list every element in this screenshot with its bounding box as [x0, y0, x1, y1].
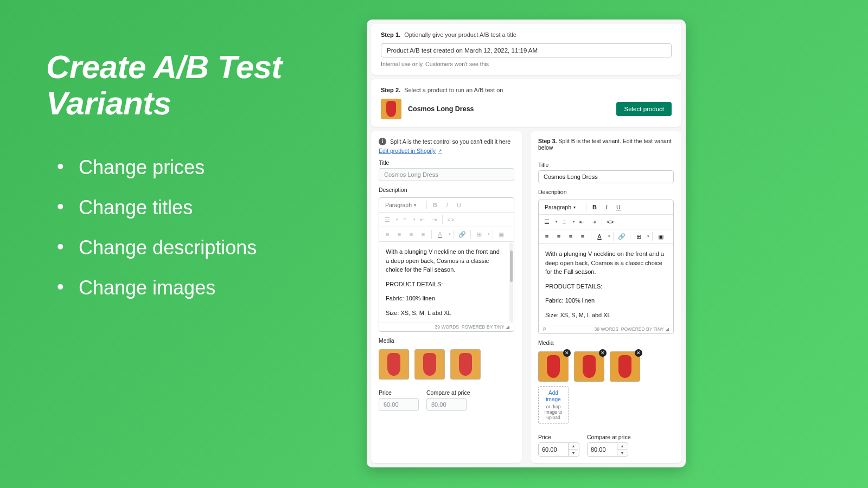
split-a-editor-body: With a plunging V neckline on the front … [379, 242, 514, 323]
split-a-title-label: Title [379, 159, 514, 166]
image-button[interactable]: ▣ [655, 231, 666, 242]
paragraph-select: Paragraph▾ [382, 201, 424, 209]
remove-image-button[interactable]: ✕ [635, 349, 642, 357]
scrollbar[interactable] [509, 242, 513, 322]
split-a-card: i Split A is the test control so you can… [371, 131, 522, 463]
price-label: Price [379, 389, 419, 396]
step-down-button[interactable]: ▼ [569, 450, 578, 456]
code-button[interactable]: <> [605, 216, 616, 227]
bullet-list-icon: ☰ [382, 214, 393, 225]
remove-image-button[interactable]: ✕ [599, 349, 607, 357]
split-b-editor-footer: P 39 WORDS POWERED BY TINY ◢ [539, 325, 673, 333]
split-b-title-input[interactable] [538, 170, 674, 183]
bullet-descriptions: Change descriptions [46, 228, 336, 268]
toolbar-separator [426, 201, 427, 209]
headline-line2: Variants [46, 85, 171, 121]
split-a-compare-input [426, 398, 467, 411]
product-name: Cosmos Long Dress [408, 105, 474, 113]
split-a-editor-footer: 39 WORDS POWERED BY TINY ◢ [379, 323, 514, 331]
split-a-toolbar-3: ≡ ≡ ≡ ≡ A▾ 🔗 ⊞▾ ▣ [379, 227, 514, 242]
step1-help: Internal use only. Customers won't see t… [381, 61, 672, 67]
select-product-button[interactable]: Select product [616, 102, 672, 116]
code-icon: <> [445, 214, 456, 225]
add-image-dropzone[interactable]: Add image or drop image to upload [538, 386, 569, 424]
italic-button[interactable]: I [601, 202, 612, 213]
table-icon: ⊞ [474, 229, 484, 240]
step2-heading: Step 2. Select a product to run an A/B t… [381, 87, 672, 93]
step-up-button[interactable]: ▲ [569, 443, 578, 450]
edit-in-shopify-link[interactable]: Edit product in Shopify ↗ [379, 147, 514, 154]
split-b-toolbar-3: ≡ ≡ ≡ ≡ A▾ 🔗 ⊞▾ ▣ [539, 229, 673, 244]
desc-line3: Fabric: 100% linen [545, 296, 667, 305]
split-a-description-label: Description [379, 187, 514, 193]
step1-desc: Optionally give your product A/B test a … [404, 31, 516, 38]
price-label: Price [538, 434, 579, 440]
bullet-prices: Change prices [46, 147, 336, 188]
split-a-price-input [379, 398, 419, 411]
text-color-button[interactable]: A [594, 231, 605, 242]
indent-button[interactable]: ⇥ [588, 216, 599, 227]
split-b-price-row: Price ▲ ▼ Compare at price ▲ [538, 429, 674, 457]
marketing-panel: Create A/B Test Variants Change prices C… [0, 0, 363, 488]
price-field[interactable] [539, 443, 568, 456]
media-thumbnail[interactable]: ✕ [610, 351, 640, 382]
chevron-down-icon: ▾ [414, 203, 416, 208]
toolbar-separator [630, 232, 630, 241]
compare-price-label: Compare at price [426, 389, 470, 396]
bold-button[interactable]: B [589, 202, 600, 213]
toolbar-separator [591, 232, 591, 241]
outdent-button[interactable]: ⇤ [576, 216, 587, 227]
align-center-button[interactable]: ≡ [553, 231, 564, 242]
underline-button[interactable]: U [613, 202, 624, 213]
step-down-button[interactable]: ▼ [617, 450, 627, 456]
app-panel: Step 1. Optionally give your product A/B… [367, 20, 686, 467]
link-icon: 🔗 [457, 229, 468, 240]
split-a-media-label: Media [379, 337, 514, 344]
desc-line2: PRODUCT DETAILS: [545, 282, 667, 291]
media-thumbnail[interactable]: ✕ [538, 351, 569, 382]
remove-image-button[interactable]: ✕ [563, 349, 571, 357]
drop-hint: or drop image to upload [541, 404, 566, 421]
split-a-media-row [379, 349, 514, 380]
split-b-toolbar-2: ☰▾ ≡▾ ⇤ ⇥ <> [539, 215, 673, 229]
split-a-info: i Split A is the test control so you can… [379, 138, 514, 145]
link-button[interactable]: 🔗 [616, 231, 627, 242]
media-thumbnail [379, 349, 409, 380]
align-center-icon: ≡ [394, 229, 405, 240]
headline-line1: Create A/B Test [46, 49, 282, 85]
step3-desc: Split B is the test variant. Edit the te… [538, 138, 672, 151]
split-b-editor-body[interactable]: With a plunging V neckline on the front … [539, 244, 673, 325]
toolbar-separator [652, 232, 653, 241]
selected-product-row: Cosmos Long Dress Select product [381, 99, 672, 119]
text-color-icon: A [435, 229, 445, 240]
table-button[interactable]: ⊞ [633, 231, 644, 242]
numbered-list-button[interactable]: ≡ [559, 216, 570, 227]
split-a-info-text: Split A is the test control so you can't… [390, 138, 510, 145]
toolbar-separator [602, 217, 602, 226]
desc-line4: Size: XS, S, M, L abd XL [545, 311, 667, 320]
media-thumbnail[interactable]: ✕ [574, 351, 604, 382]
align-right-button[interactable]: ≡ [565, 231, 576, 242]
align-justify-button[interactable]: ≡ [577, 231, 588, 242]
bullet-images: Change images [46, 268, 336, 308]
paragraph-select[interactable]: Paragraph▾ [541, 203, 583, 211]
compare-field[interactable] [588, 443, 617, 456]
step1-card: Step 1. Optionally give your product A/B… [371, 24, 681, 75]
split-a-toolbar-2: ☰▾ ≡▾ ⇤ ⇥ <> [379, 213, 514, 227]
underline-icon: U [454, 200, 464, 210]
info-icon: i [379, 138, 386, 145]
align-left-button[interactable]: ≡ [541, 231, 552, 242]
bullet-list-button[interactable]: ☰ [541, 216, 552, 227]
media-thumbnail [450, 349, 481, 380]
compare-price-label: Compare at price [587, 434, 631, 440]
split-a-toolbar-1: Paragraph▾ B I U [379, 198, 514, 213]
split-b-title-label: Title [538, 162, 674, 168]
step1-heading: Step 1. Optionally give your product A/B… [381, 31, 672, 38]
align-right-icon: ≡ [406, 229, 417, 240]
test-title-input[interactable] [381, 43, 672, 57]
split-b-price-input[interactable]: ▲ ▼ [538, 442, 579, 457]
step-up-button[interactable]: ▲ [617, 443, 627, 450]
align-justify-icon: ≡ [418, 229, 429, 240]
split-b-compare-input[interactable]: ▲ ▼ [587, 442, 628, 457]
feature-bullets: Change prices Change titles Change descr… [46, 147, 336, 308]
